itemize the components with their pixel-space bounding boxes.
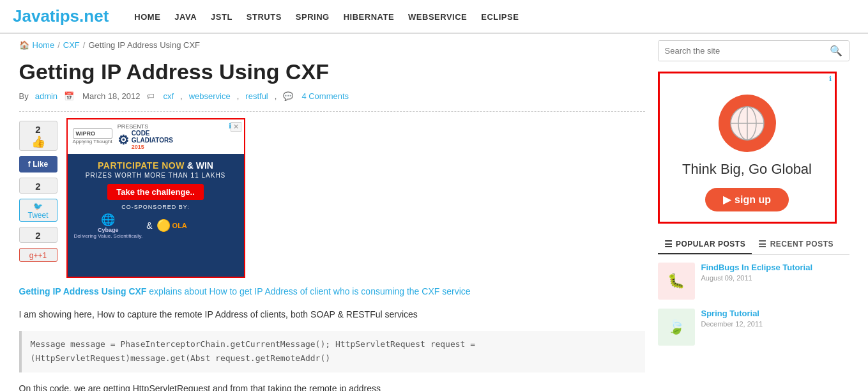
nav-struts[interactable]: STRUTS [247,12,282,22]
tech-icon: ⚙ [118,132,129,148]
list-icon: ☰ [664,239,673,249]
nav-webservice[interactable]: WEBSERVICE [408,12,467,22]
twitter-icon: 🐦 [33,202,43,211]
article-para1: I am showing here, How to capture the re… [19,307,645,323]
thumbs-up-icon: 👍 [31,135,45,149]
article-author-link[interactable]: admin [35,91,57,101]
popular-post-2: 🍃 Spring Tutorial December 12, 2011 [658,309,849,346]
and-symbol: & [146,220,152,231]
wipro-logo: WIPRO Applying Thought [73,128,112,144]
social-bar: 2 👍 f Like 2 🐦 Tweet 2 g++1 [19,121,57,262]
ola-logo: 🟡 OLA [156,218,187,233]
nav-jstl[interactable]: JSTL [211,12,232,22]
breadcrumb-sep1: / [57,40,60,50]
meta-divider [19,111,645,112]
post-1-info: FindBugs In Eclipse Tutorial August 09, … [701,263,813,282]
popular-post-1: 🐛 FindBugs In Eclipse Tutorial August 09… [658,263,849,300]
intro-article-link[interactable]: Getting IP Address Using CXF [19,286,147,296]
like-count-box: 2 👍 [19,121,57,151]
ad-year: 2015 [132,144,173,150]
search-box: 🔍 [658,40,849,61]
breadcrumb-home-icon: 🏠 [19,40,29,50]
post-2-title[interactable]: Spring Tutorial [701,309,763,318]
breadcrumb-sep2: / [83,40,86,50]
post-1-title[interactable]: FindBugs In Eclipse Tutorial [701,263,813,272]
breadcrumb-section-link[interactable]: CXF [63,40,80,50]
findbugs-icon: 🐛 [667,273,685,289]
participate-label: PARTICIPATE NOW [98,160,185,171]
recent-icon: ☰ [758,239,767,249]
breadcrumb: 🏠 Home / CXF / Getting IP Address Using … [19,40,645,50]
ola-text: OLA [172,222,187,229]
facebook-button[interactable]: f Like [19,156,57,172]
nav-home[interactable]: HOME [134,12,160,22]
post-1-date: August 09, 2011 [701,274,813,282]
facebook-icon: f [28,160,31,169]
presents-text: PRESENTS [118,123,173,130]
cosponsor-label: CO-SPONSORED BY: [74,204,238,210]
comment-icon: 💬 [283,91,293,101]
search-button[interactable]: 🔍 [823,41,849,61]
tag-webservice[interactable]: webservice [189,91,231,101]
search-input[interactable] [659,41,823,61]
post-1-thumb: 🐛 [658,263,695,300]
gplus-label: +1 [38,251,47,260]
play-icon: ▶ [723,194,731,206]
tab-recent-posts[interactable]: ☰ RECENT POSTS [752,235,840,254]
article-body: 2 👍 f Like 2 🐦 Tweet 2 g++1 [19,118,645,391]
participate-text: PARTICIPATE NOW & WIN [74,160,238,171]
tweet-count: 2 [35,181,40,192]
post-2-info: Spring Tutorial December 12, 2011 [701,309,763,328]
main-content: 🏠 Home / CXF / Getting IP Address Using … [19,40,645,391]
article-comments-link[interactable]: 4 Comments [301,91,349,101]
site-logo[interactable]: Javatips.net [13,6,109,26]
twitter-button[interactable]: 🐦 Tweet [19,199,57,222]
intro-continuation: explains about How to get IP Address of … [149,286,470,296]
gplus-count-box: 2 [19,227,57,243]
prizes-text: PRIZES WORTH MORE THAN 11 LAKHS [74,172,238,179]
ad-close-icon[interactable]: ✕ [231,122,241,132]
code-block: Message message = PhaseInterceptorChain.… [19,331,645,372]
breadcrumb-home-link[interactable]: Home [33,40,55,50]
sidebar-ad: ℹ Think Big, Go Global ▶ sign up [658,72,837,224]
globe-svg [730,106,765,141]
article-date: March 18, 2012 [82,91,140,101]
posts-tabs: ☰ POPULAR POSTS ☰ RECENT POSTS [658,235,849,255]
nav-hibernate[interactable]: HIBERNATE [344,12,394,22]
cybage-logo: 🌐 Cybage Delivering Value. Scientificall… [74,213,143,239]
like-label: Like [33,160,48,169]
sidebar: 🔍 ℹ Think Big, Go Global ▶ s [658,40,849,391]
post-2-date: December 12, 2011 [701,320,763,328]
article-para2: On this code, we are getting HttpServlet… [19,381,645,391]
tag-icon: 🏷 [146,91,155,101]
tag-cxf[interactable]: cxf [163,91,174,101]
tag-restful[interactable]: restful [245,91,268,101]
article-title: Getting IP Address Using CXF [19,59,645,85]
challenge-button[interactable]: Take the challenge.. [107,184,204,200]
sidebar-ad-info[interactable]: ℹ [660,73,835,84]
code-gladiators-text: CODE GLADIATORS 2015 [132,130,173,150]
spring-icon: 🍃 [667,319,685,335]
presents-label: PRESENTS ⚙ CODE GLADIATORS 2015 [118,123,173,150]
tweet-label: Tweet [27,211,48,220]
gplus-icon: g+ [29,251,38,260]
nav-java[interactable]: JAVA [174,12,197,22]
googleplus-button[interactable]: g++1 [19,248,57,262]
win-label: & WIN [187,160,213,171]
nav-spring[interactable]: SPRING [296,12,330,22]
breadcrumb-current: Getting IP Address Using CXF [88,40,200,50]
wipro-text: WIPRO [73,128,112,139]
recent-posts-label: RECENT POSTS [770,240,834,249]
globe-icon [719,95,776,152]
post-2-thumb: 🍃 [658,309,695,346]
like-count: 2 [35,124,40,135]
popular-posts-label: POPULAR POSTS [676,240,745,249]
article-meta: By admin 📅 March 18, 2012 🏷 cxf, webserv… [19,91,645,101]
signup-button[interactable]: ▶ sign up [705,188,789,211]
nav-eclipse[interactable]: ECLIPSE [481,12,519,22]
tweet-count-box: 2 [19,178,57,194]
think-big-text: Think Big, Go Global [682,161,812,178]
tab-popular-posts[interactable]: ☰ POPULAR POSTS [658,235,752,254]
ad-banner: ℹ ✕ WIPRO Applying Thought PRESENTS ⚙ [66,118,245,278]
gplus-count: 2 [35,230,40,241]
